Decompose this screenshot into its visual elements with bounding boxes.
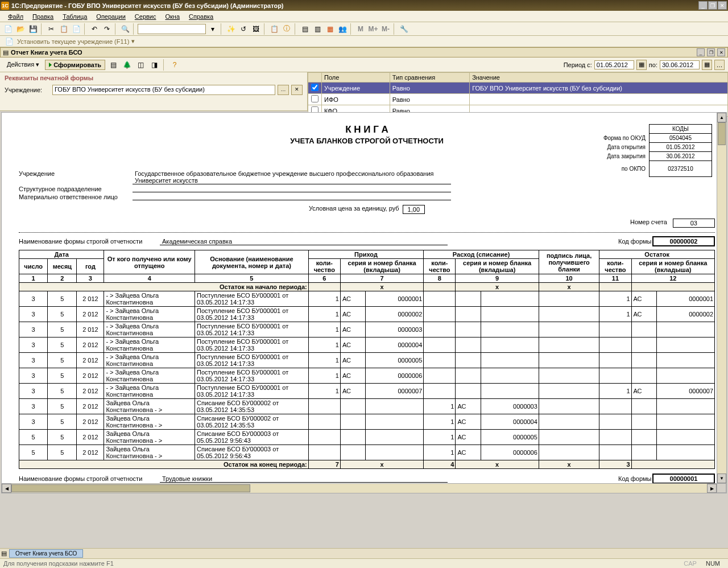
scroll-right-icon[interactable]: ▶	[707, 484, 717, 493]
calendar-icon[interactable]: ▦	[702, 60, 712, 70]
filter-table: Поле Тип сравнения Значение УчреждениеРа…	[308, 72, 728, 117]
price-label: Условная цена за единицу, руб	[309, 205, 399, 214]
menu-operations[interactable]: Операции	[93, 12, 129, 21]
table-row[interactable]: 352 012- > Зайцева Ольга КонстантиновнаП…	[19, 384, 715, 399]
help-icon[interactable]: ?	[169, 59, 180, 71]
period-select-button[interactable]: …	[714, 60, 725, 70]
period-to-label: по:	[649, 61, 657, 68]
undo-icon[interactable]: ↶	[89, 23, 100, 35]
cut-icon[interactable]: ✂	[46, 23, 57, 35]
table-row[interactable]: 352 012- > Зайцева Ольга КонстантиновнаП…	[19, 322, 715, 337]
paste-icon[interactable]: 📄	[71, 23, 82, 35]
find-icon[interactable]: 🔍	[119, 23, 131, 35]
org-input[interactable]: ГОБУ ВПО Университет искусств (БУ без су…	[52, 85, 275, 95]
m-icon[interactable]: M	[355, 23, 366, 35]
table-row[interactable]: 352 012Зайцева Ольга Константиновна - >С…	[19, 399, 715, 414]
m-plus-icon[interactable]: M+	[367, 23, 379, 35]
sub-close-button[interactable]: ✕	[717, 48, 725, 56]
col-check	[308, 73, 322, 83]
data-table: Дата От кого получено или кому отпущено …	[19, 250, 715, 469]
table-row[interactable]: 352 012Зайцева Ольга Константиновна - >С…	[19, 414, 715, 430]
tool-icon[interactable]: 📋	[268, 23, 280, 35]
menu-edit[interactable]: Правка	[29, 12, 57, 21]
toolbar-combo[interactable]	[138, 24, 206, 34]
redo-icon[interactable]: ↷	[101, 23, 113, 35]
date-from-input[interactable]: 01.05.2012	[594, 60, 634, 69]
codes-box: КОДЫ Форма по ОКУД0504045 Дата открытия0…	[600, 124, 712, 177]
sub-restore-button[interactable]: ❐	[707, 48, 715, 56]
table-row[interactable]: 552 012Зайцева Ольга Константиновна - >С…	[19, 445, 715, 460]
scroll-thumb[interactable]	[718, 122, 726, 145]
table-row[interactable]: 352 012- > Зайцева Ольга КонстантиновнаП…	[19, 368, 715, 384]
list-icon[interactable]: ▤	[1, 550, 7, 557]
window-taskbar: ▤ Отчет Книга учета БСО	[0, 548, 728, 558]
tool-icon[interactable]: ✨	[225, 23, 237, 35]
select-button[interactable]: …	[278, 85, 289, 95]
filter-row[interactable]: УчреждениеРавноГОБУ ВПО Университет иску…	[308, 83, 728, 94]
menu-windows[interactable]: Окна	[162, 12, 184, 21]
set-org-label[interactable]: Установить текущее учреждение (F11)	[17, 38, 129, 45]
col-cmp: Тип сравнения	[390, 73, 469, 83]
vscrollbar[interactable]: ▲ ▼	[717, 113, 726, 483]
scroll-left-icon[interactable]: ◀	[2, 484, 11, 493]
table-row[interactable]: 352 012- > Зайцева Ольга КонстантиновнаП…	[19, 291, 715, 307]
period-from-label: Период с:	[564, 61, 592, 68]
col-field: Поле	[322, 73, 390, 83]
dropdown-icon[interactable]: ▾	[207, 23, 218, 35]
maximize-button[interactable]: ❐	[708, 1, 717, 10]
params-panel: Реквизиты печатной формы Учреждение: ГОБ…	[0, 72, 728, 111]
date-to-input[interactable]: 30.06.2012	[660, 60, 700, 69]
open-icon[interactable]: 📂	[15, 23, 26, 35]
actions-menu[interactable]: Действия ▾	[3, 60, 43, 69]
hscrollbar[interactable]: ◀ ▶	[2, 483, 717, 493]
price-value: 1,00	[403, 205, 425, 214]
tool-icon[interactable]: ◫	[135, 59, 146, 71]
task-tab[interactable]: Отчет Книга учета БСО	[9, 549, 83, 558]
filter-checkbox[interactable]	[311, 95, 318, 102]
wrench-icon[interactable]: 🔧	[398, 23, 410, 35]
clear-button[interactable]: ✕	[291, 85, 303, 95]
close-button[interactable]: ✕	[718, 1, 727, 10]
app-logo-icon: 1C	[1, 2, 9, 10]
menu-service[interactable]: Сервис	[131, 12, 160, 21]
table-row[interactable]: 352 012- > Зайцева Ольга КонстантиновнаП…	[19, 353, 715, 368]
dropdown-icon[interactable]: ▾	[131, 38, 135, 45]
generate-button[interactable]: Сформировать	[45, 60, 105, 70]
tool-icon[interactable]: ▤	[299, 23, 311, 35]
tool-icon[interactable]: ↺	[238, 23, 249, 35]
scroll-down-icon[interactable]: ▼	[717, 474, 726, 483]
table-row[interactable]: 352 012- > Зайцева Ольга КонстантиновнаП…	[19, 307, 715, 322]
tool-icon[interactable]: ▥	[312, 23, 323, 35]
status-bar: Для получения подсказки нажмите F1 CAP N…	[0, 558, 728, 568]
table-row[interactable]: 552 012Зайцева Ольга Константиновна - >С…	[19, 430, 715, 445]
menu-help[interactable]: Справка	[185, 12, 217, 21]
save-icon[interactable]: 💾	[27, 23, 39, 35]
tool-icon[interactable]: 🖼	[250, 23, 262, 35]
sub-minimize-button[interactable]: _	[697, 48, 705, 56]
page-icon[interactable]: 📄	[3, 36, 15, 47]
calendar-icon[interactable]: ▦	[636, 60, 647, 70]
minimize-button[interactable]: _	[698, 1, 708, 10]
subwindow-title: ▤ Отчет Книга учета БСО _ ❐ ✕	[0, 47, 728, 57]
new-icon[interactable]: 📄	[2, 23, 14, 35]
scroll-up-icon[interactable]: ▲	[717, 113, 726, 122]
window-title: 1С:Предприятие - ГОБУ ВПО Университет ис…	[11, 2, 698, 9]
status-hint: Для получения подсказки нажмите F1	[3, 560, 679, 567]
report-icon: ▤	[3, 49, 9, 56]
copy-icon[interactable]: 📋	[58, 23, 69, 35]
table-row[interactable]: 352 012- > Зайцева Ольга КонстантиновнаП…	[19, 337, 715, 353]
info-icon[interactable]: ⓘ	[281, 23, 292, 35]
tool-icon[interactable]: ◨	[148, 59, 160, 71]
window-titlebar: 1C 1С:Предприятие - ГОБУ ВПО Университет…	[0, 0, 728, 11]
tool-icon[interactable]: 👥	[337, 23, 348, 35]
filter-row[interactable]: ИФОРавно	[308, 94, 728, 105]
m-minus-icon[interactable]: M-	[380, 23, 391, 35]
menu-file[interactable]: Файл	[5, 12, 27, 21]
scroll-thumb[interactable]	[11, 484, 250, 492]
filter-checkbox[interactable]	[311, 84, 318, 91]
main-toolbar: 📄 📂 💾 ✂ 📋 📄 ↶ ↷ 🔍 ▾ ✨ ↺ 🖼 📋 ⓘ ▤ ▥ ▦ 👥 M …	[0, 22, 728, 36]
menu-table[interactable]: Таблица	[59, 12, 90, 21]
settings-icon[interactable]: ▤	[107, 59, 119, 71]
tool-icon[interactable]: ▦	[324, 23, 336, 35]
tree-icon[interactable]: 🌲	[121, 59, 133, 71]
